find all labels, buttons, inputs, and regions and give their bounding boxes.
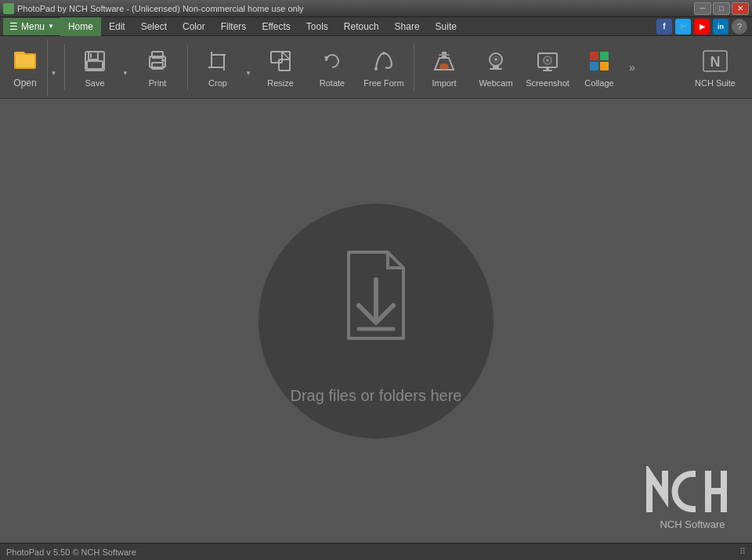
nch-logo-letters (645, 464, 739, 518)
menu-label: Menu (21, 21, 45, 32)
svg-rect-2 (16, 55, 34, 67)
svg-line-20 (282, 52, 290, 60)
import-button[interactable]: Import (419, 39, 469, 96)
nch-suite-label: NCH Suite (695, 78, 736, 88)
crop-icon (204, 47, 232, 75)
save-label: Save (85, 78, 104, 88)
menu-select[interactable]: Select (133, 17, 175, 36)
import-label: Import (432, 78, 456, 88)
nch-logo-svg (645, 466, 739, 517)
status-bar: PhotoPad v 5.50 © NCH Software ⠿ (0, 543, 752, 560)
facebook-icon[interactable]: f (656, 19, 672, 34)
version-text: PhotoPad v 5.50 © NCH Software (6, 547, 136, 557)
svg-rect-36 (543, 70, 552, 71)
twitter-icon[interactable]: 🐦 (675, 19, 691, 34)
save-icon (81, 47, 109, 75)
menu-button[interactable]: ☰ Menu ▼ (3, 18, 60, 35)
svg-text:N: N (710, 54, 721, 70)
menu-color[interactable]: Color (175, 17, 213, 36)
svg-rect-4 (89, 52, 98, 60)
menu-share[interactable]: Share (387, 17, 428, 36)
toolbar-separator-3 (414, 44, 414, 91)
crop-button-group: Crop ▼ (193, 39, 254, 96)
menu-retouch[interactable]: Retouch (336, 17, 387, 36)
screenshot-label: Screenshot (526, 78, 569, 88)
webcam-button[interactable]: Webcam (471, 39, 521, 96)
hamburger-icon: ☰ (9, 21, 18, 32)
svg-rect-16 (271, 52, 282, 63)
resize-icon (266, 47, 295, 75)
toolbar-separator-2 (187, 44, 188, 91)
nch-logo: NCH Software (645, 464, 739, 530)
crop-arrow-button[interactable]: ▼ (243, 39, 254, 96)
youtube-icon[interactable]: ▶ (694, 19, 710, 34)
webcam-icon (482, 47, 510, 75)
collage-button[interactable]: Collage (574, 39, 624, 96)
maximize-button[interactable]: □ (713, 2, 730, 15)
freeform-icon (370, 47, 398, 75)
menu-effects[interactable]: Effects (254, 17, 298, 36)
menu-tools[interactable]: Tools (298, 17, 336, 36)
svg-rect-39 (590, 62, 598, 70)
drop-zone-text: Drag files or folders here (291, 387, 462, 405)
svg-rect-31 (490, 68, 502, 70)
menu-bar: ☰ Menu ▼ Home Edit Select Color Filters … (0, 17, 752, 36)
main-canvas-area[interactable]: Drag files or folders here NCH Software (0, 99, 752, 543)
toolbar: Open ▼ Save ▼ (0, 36, 752, 99)
help-button[interactable]: ? (732, 19, 747, 34)
crop-button[interactable]: Crop (193, 39, 243, 96)
title-bar-left: PhotoPad by NCH Software - (Unlicensed) … (3, 3, 304, 14)
minimize-button[interactable]: ─ (694, 2, 711, 15)
open-arrow-button[interactable]: ▼ (47, 39, 60, 96)
menu-edit[interactable]: Edit (101, 17, 133, 36)
print-label: Print (149, 78, 167, 88)
print-button[interactable]: Print (132, 39, 183, 96)
freeform-button[interactable]: Free Form (359, 39, 409, 96)
save-button[interactable]: Save (70, 39, 120, 96)
svg-rect-26 (439, 54, 450, 56)
open-label: Open (13, 78, 36, 89)
print-icon (143, 47, 172, 75)
svg-rect-35 (546, 67, 549, 70)
svg-point-34 (546, 59, 549, 62)
save-button-group: Save ▼ (70, 39, 131, 96)
title-text: PhotoPad by NCH Software - (Unlicensed) … (17, 4, 304, 13)
freeform-label: Free Form (363, 78, 403, 88)
close-button[interactable]: ✕ (732, 2, 749, 15)
title-bar: PhotoPad by NCH Software - (Unlicensed) … (0, 0, 752, 17)
svg-rect-17 (279, 60, 290, 70)
open-button-group: Open ▼ (3, 39, 60, 96)
save-arrow-button[interactable]: ▼ (120, 39, 131, 96)
title-bar-controls: ─ □ ✕ (694, 2, 749, 15)
open-button[interactable]: Open (3, 39, 47, 96)
more-tools-button[interactable]: » (626, 39, 638, 96)
drop-zone[interactable]: Drag files or folders here (258, 204, 494, 439)
nch-logo-subtitle: NCH Software (645, 518, 739, 530)
svg-rect-5 (87, 61, 103, 69)
webcam-label: Webcam (479, 78, 512, 88)
menu-suite[interactable]: Suite (428, 17, 465, 36)
toolbar-separator-1 (64, 44, 65, 91)
resize-handle: ⠿ (739, 547, 746, 557)
menu-arrow-icon: ▼ (48, 23, 54, 30)
nch-suite-icon: N (701, 47, 729, 75)
collage-icon (585, 47, 613, 75)
svg-rect-37 (590, 52, 598, 60)
linkedin-icon[interactable]: in (713, 19, 728, 34)
rotate-icon (318, 47, 346, 75)
svg-rect-15 (212, 55, 224, 67)
menu-right-area: f 🐦 ▶ in ? (656, 19, 752, 34)
menu-filters[interactable]: Filters (213, 17, 255, 36)
resize-button[interactable]: Resize (255, 39, 306, 96)
resize-label: Resize (267, 78, 294, 88)
drop-icon (313, 237, 439, 362)
svg-point-22 (382, 52, 385, 55)
crop-label: Crop (208, 78, 227, 88)
svg-point-25 (439, 63, 449, 70)
rotate-button[interactable]: Rotate (307, 39, 357, 96)
nch-suite-button[interactable]: N NCH Suite (688, 39, 743, 96)
menu-home[interactable]: Home (60, 17, 101, 36)
nch-suite-area: N NCH Suite (688, 39, 749, 96)
screenshot-button[interactable]: Screenshot (522, 39, 573, 96)
svg-rect-6 (90, 53, 92, 58)
